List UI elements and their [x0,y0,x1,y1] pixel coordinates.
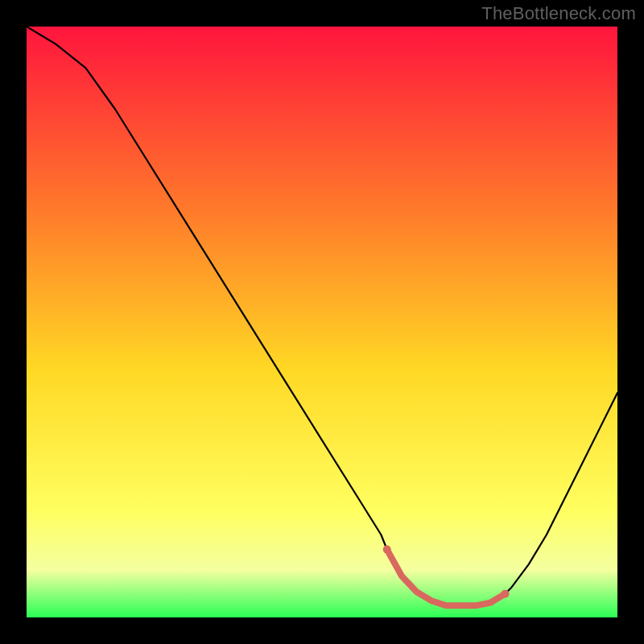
band-endpoint-dot [383,546,391,554]
bottleneck-chart [27,27,617,617]
gradient-background [27,27,617,617]
watermark-text: TheBottleneck.com [481,3,636,24]
band-endpoint-dot [502,590,510,598]
chart-container: TheBottleneck.com [0,0,644,644]
chart-svg [27,27,617,617]
